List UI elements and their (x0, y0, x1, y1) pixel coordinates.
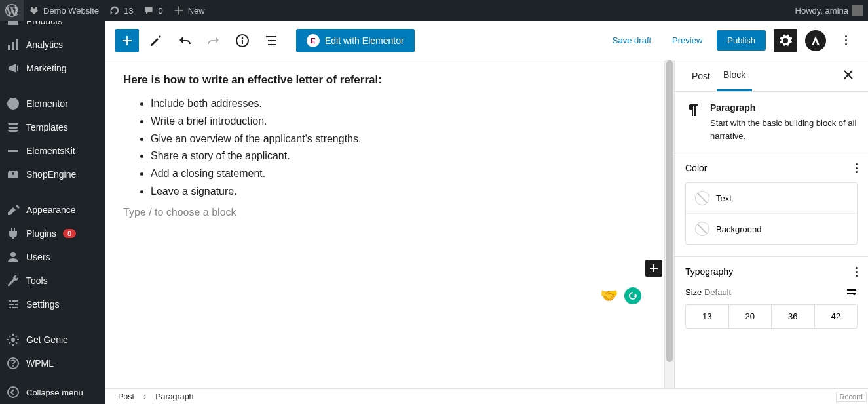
size-label: Size (685, 287, 702, 297)
sidebar-item-getgenie[interactable]: Get Genie (0, 328, 105, 352)
size-custom-button[interactable] (846, 286, 858, 298)
site-link[interactable]: Demo Website (24, 0, 104, 21)
svg-rect-9 (9, 300, 11, 302)
editor-canvas[interactable]: Here is how to write an effective letter… (105, 60, 670, 388)
list-item[interactable]: Add a closing statement. (151, 166, 637, 182)
redo-button[interactable] (202, 29, 225, 52)
floating-assistants: 🤝 (600, 287, 641, 304)
save-draft-button[interactable]: Save draft (606, 31, 658, 49)
panel-close-button[interactable] (839, 66, 858, 87)
svg-rect-24 (268, 44, 276, 45)
content-bullets[interactable]: Include both addresses. Write a brief in… (123, 96, 637, 200)
sidebar-item-elementskit[interactable]: ElementsKit (0, 139, 105, 163)
howdy-text: Howdy, amina (795, 6, 848, 16)
breadcrumb: Post › Paragraph (105, 388, 868, 404)
typography-section: Typography Size Default 13 20 36 42 (675, 256, 868, 338)
sidebar-item-elementor[interactable]: Elementor (0, 92, 105, 115)
edit-elementor-button[interactable]: EEdit with Elementor (296, 29, 415, 52)
sidebar-item-products[interactable]: Products (0, 21, 105, 33)
handshake-icon[interactable]: 🤝 (600, 287, 618, 304)
updates-link[interactable]: 13 (104, 0, 138, 21)
comments-count: 0 (158, 6, 162, 16)
add-block-inline-button[interactable] (645, 260, 662, 277)
list-item[interactable]: Give an overview of the applicant's stre… (151, 131, 637, 148)
svg-rect-22 (266, 36, 276, 37)
updates-count: 13 (124, 6, 133, 16)
undo-button[interactable] (173, 29, 197, 52)
size-preset[interactable]: 42 (814, 305, 858, 328)
canvas-scrollbar[interactable] (664, 60, 674, 388)
avatar (852, 5, 863, 16)
text-color-button[interactable]: Text (686, 183, 857, 213)
preview-button[interactable]: Preview (666, 31, 709, 49)
svg-rect-13 (9, 307, 11, 308)
svg-rect-28 (847, 293, 856, 294)
sidebar-item-marketing[interactable]: Marketing (0, 56, 105, 80)
add-block-button[interactable] (115, 29, 139, 52)
tab-post[interactable]: Post (685, 62, 717, 91)
sidebar-item-plugins[interactable]: Plugins8 (0, 222, 105, 245)
settings-toggle[interactable] (774, 29, 797, 52)
svg-rect-6 (14, 150, 18, 152)
svg-rect-0 (8, 21, 18, 25)
list-item[interactable]: Leave a signature. (151, 184, 637, 200)
paragraph-icon (685, 102, 701, 118)
sidebar-item-users[interactable]: Users (0, 245, 105, 269)
size-preset[interactable]: 20 (728, 305, 772, 328)
sidebar-item-shopengine[interactable]: ShopEngine (0, 163, 105, 186)
typo-title: Typography (685, 266, 733, 277)
background-color-button[interactable]: Background (686, 213, 857, 244)
sidebar-item-settings[interactable]: Settings (0, 293, 105, 316)
howdy-link[interactable]: Howdy, amina (790, 0, 868, 21)
sidebar-item-appearance[interactable]: Appearance (0, 198, 105, 222)
grammarly-icon[interactable] (624, 287, 641, 304)
svg-rect-12 (15, 304, 18, 305)
details-button[interactable] (231, 29, 254, 52)
svg-rect-5 (8, 150, 12, 152)
outline-button[interactable] (259, 29, 283, 52)
admin-sidebar: Products Analytics Marketing Elementor T… (0, 21, 105, 404)
color-options-button[interactable] (856, 163, 858, 173)
more-options-button[interactable] (834, 29, 858, 52)
list-item[interactable]: Include both addresses. (151, 96, 637, 112)
new-label: New (188, 6, 205, 16)
svg-rect-11 (9, 304, 14, 305)
tab-block[interactable]: Block (717, 60, 752, 91)
edit-tools-button[interactable] (144, 29, 168, 52)
typo-options-button[interactable] (856, 267, 858, 277)
size-preset[interactable]: 36 (771, 305, 814, 328)
sidebar-item-tools[interactable]: Tools (0, 269, 105, 293)
svg-rect-26 (847, 289, 856, 291)
list-item[interactable]: Write a brief introduction. (151, 113, 637, 130)
site-name: Demo Website (43, 6, 99, 16)
color-section: Color Text Background (675, 153, 868, 256)
wp-logo[interactable] (0, 0, 24, 21)
svg-rect-1 (8, 45, 10, 50)
size-preset[interactable]: 13 (686, 305, 728, 328)
comments-link[interactable]: 0 (138, 0, 168, 21)
settings-panel: Post Block Paragraph Start with the basi… (674, 60, 868, 388)
astra-button[interactable] (805, 30, 826, 51)
list-item[interactable]: Share a story of the applicant. (151, 148, 637, 165)
collapse-menu[interactable]: Collapse menu (0, 380, 105, 404)
new-link[interactable]: New (168, 0, 210, 21)
record-label: Record (836, 392, 867, 402)
chevron-right-icon: › (143, 392, 146, 401)
size-presets: 13 20 36 42 (685, 304, 858, 329)
svg-rect-14 (12, 307, 18, 308)
swatch-icon (695, 222, 709, 236)
content-heading[interactable]: Here is how to write an effective letter… (123, 73, 637, 87)
sidebar-item-wpml[interactable]: WPML (0, 352, 105, 375)
svg-rect-3 (16, 39, 18, 50)
crumb-paragraph[interactable]: Paragraph (155, 392, 193, 401)
block-desc: Start with the basic building block of a… (710, 117, 858, 142)
color-title: Color (685, 163, 707, 173)
block-placeholder[interactable]: Type / to choose a block (123, 207, 637, 218)
admin-bar: Demo Website 13 0 New Howdy, amina (0, 0, 868, 21)
block-name: Paragraph (710, 102, 858, 113)
sidebar-item-templates[interactable]: Templates (0, 115, 105, 139)
publish-button[interactable]: Publish (717, 30, 766, 51)
sidebar-item-analytics[interactable]: Analytics (0, 33, 105, 56)
svg-rect-10 (12, 300, 18, 302)
crumb-post[interactable]: Post (118, 392, 134, 401)
